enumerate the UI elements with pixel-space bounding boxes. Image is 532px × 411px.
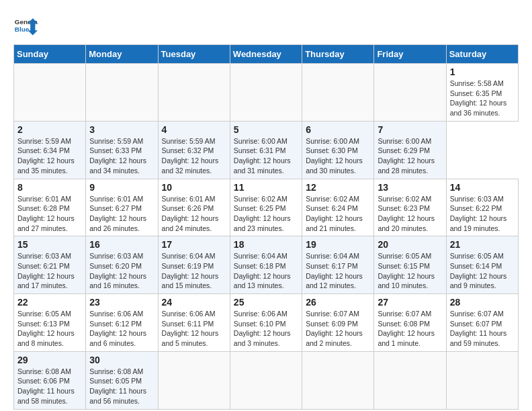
day-number: 29 <box>17 355 82 365</box>
calendar-row: 29Sunrise: 6:08 AMSunset: 6:06 PMDayligh… <box>14 351 519 409</box>
day-number: 24 <box>162 297 226 308</box>
day-detail: Sunrise: 6:00 AMSunset: 6:29 PMDaylight:… <box>378 136 442 176</box>
calendar-row: 15Sunrise: 6:03 AMSunset: 6:21 PMDayligh… <box>14 236 519 294</box>
day-cell-5: 5Sunrise: 6:00 AMSunset: 6:31 PMDaylight… <box>230 121 302 179</box>
calendar-row: 22Sunrise: 6:05 AMSunset: 6:13 PMDayligh… <box>14 294 519 352</box>
day-detail: Sunrise: 6:04 AMSunset: 6:19 PMDaylight:… <box>162 251 226 291</box>
day-detail: Sunrise: 6:07 AMSunset: 6:07 PMDaylight:… <box>450 309 515 349</box>
empty-cell <box>302 351 374 409</box>
day-cell-16: 16Sunrise: 6:03 AMSunset: 6:20 PMDayligh… <box>86 236 158 294</box>
day-cell-25: 25Sunrise: 6:06 AMSunset: 6:10 PMDayligh… <box>230 294 302 352</box>
day-cell-18: 18Sunrise: 6:04 AMSunset: 6:18 PMDayligh… <box>230 236 302 294</box>
day-cell-28: 28Sunrise: 6:07 AMSunset: 6:07 PMDayligh… <box>446 294 518 352</box>
day-detail: Sunrise: 6:03 AMSunset: 6:22 PMDaylight:… <box>450 194 515 234</box>
day-number: 4 <box>162 124 226 135</box>
day-detail: Sunrise: 6:00 AMSunset: 6:31 PMDaylight:… <box>234 136 298 176</box>
day-detail: Sunrise: 6:06 AMSunset: 6:12 PMDaylight:… <box>89 309 154 349</box>
day-cell-29: 29Sunrise: 6:08 AMSunset: 6:06 PMDayligh… <box>14 351 86 409</box>
empty-cell <box>302 64 374 122</box>
calendar-row: 8Sunrise: 6:01 AMSunset: 6:28 PMDaylight… <box>14 179 519 236</box>
day-detail: Sunrise: 6:07 AMSunset: 6:08 PMDaylight:… <box>378 309 442 349</box>
day-cell-15: 15Sunrise: 6:03 AMSunset: 6:21 PMDayligh… <box>14 236 86 294</box>
day-detail: Sunrise: 5:59 AMSunset: 6:32 PMDaylight:… <box>162 136 226 176</box>
day-number: 15 <box>17 239 82 250</box>
day-cell-14: 14Sunrise: 6:03 AMSunset: 6:22 PMDayligh… <box>446 179 518 236</box>
day-cell-17: 17Sunrise: 6:04 AMSunset: 6:19 PMDayligh… <box>158 236 230 294</box>
day-detail: Sunrise: 6:08 AMSunset: 6:06 PMDaylight:… <box>17 367 82 406</box>
empty-cell <box>158 351 230 409</box>
day-detail: Sunrise: 6:05 AMSunset: 6:13 PMDaylight:… <box>17 309 82 349</box>
day-cell-19: 19Sunrise: 6:04 AMSunset: 6:17 PMDayligh… <box>302 236 374 294</box>
day-cell-10: 10Sunrise: 6:01 AMSunset: 6:26 PMDayligh… <box>158 179 230 236</box>
day-number: 17 <box>162 239 226 250</box>
day-cell-13: 13Sunrise: 6:02 AMSunset: 6:23 PMDayligh… <box>374 179 446 236</box>
header-monday: Monday <box>86 45 158 64</box>
day-cell-20: 20Sunrise: 6:05 AMSunset: 6:15 PMDayligh… <box>374 236 446 294</box>
day-detail: Sunrise: 6:05 AMSunset: 6:14 PMDaylight:… <box>450 251 515 291</box>
day-number: 12 <box>306 182 370 193</box>
day-number: 2 <box>17 124 82 135</box>
day-cell-6: 6Sunrise: 6:00 AMSunset: 6:30 PMDaylight… <box>302 121 374 179</box>
day-number: 19 <box>306 239 370 250</box>
page-header: General Blue <box>13 13 519 38</box>
day-cell-11: 11Sunrise: 6:02 AMSunset: 6:25 PMDayligh… <box>230 179 302 236</box>
day-cell-9: 9Sunrise: 6:01 AMSunset: 6:27 PMDaylight… <box>86 179 158 236</box>
day-cell-26: 26Sunrise: 6:07 AMSunset: 6:09 PMDayligh… <box>302 294 374 352</box>
day-detail: Sunrise: 6:06 AMSunset: 6:10 PMDaylight:… <box>234 309 298 349</box>
day-number: 10 <box>162 182 226 193</box>
calendar-table: SundayMondayTuesdayWednesdayThursdayFrid… <box>13 44 519 410</box>
day-cell-1: 1Sunrise: 5:58 AMSunset: 6:35 PMDaylight… <box>446 64 518 122</box>
day-detail: Sunrise: 6:01 AMSunset: 6:26 PMDaylight:… <box>162 194 226 234</box>
day-detail: Sunrise: 5:59 AMSunset: 6:33 PMDaylight:… <box>89 136 154 176</box>
logo-icon: General Blue <box>13 13 38 38</box>
empty-cell <box>86 64 158 122</box>
day-detail: Sunrise: 6:02 AMSunset: 6:24 PMDaylight:… <box>306 194 370 234</box>
day-number: 9 <box>89 182 154 193</box>
day-number: 23 <box>89 297 154 308</box>
empty-cell <box>158 64 230 122</box>
day-number: 27 <box>378 297 442 308</box>
day-number: 11 <box>234 182 298 193</box>
calendar-row: 1Sunrise: 5:58 AMSunset: 6:35 PMDaylight… <box>14 64 519 122</box>
day-cell-4: 4Sunrise: 5:59 AMSunset: 6:32 PMDaylight… <box>158 121 230 179</box>
empty-cell <box>374 64 446 122</box>
header-saturday: Saturday <box>446 45 518 64</box>
day-cell-23: 23Sunrise: 6:06 AMSunset: 6:12 PMDayligh… <box>86 294 158 352</box>
day-detail: Sunrise: 5:58 AMSunset: 6:35 PMDaylight:… <box>450 79 515 118</box>
day-detail: Sunrise: 6:08 AMSunset: 6:05 PMDaylight:… <box>89 367 154 406</box>
day-number: 21 <box>450 239 515 250</box>
day-detail: Sunrise: 6:04 AMSunset: 6:18 PMDaylight:… <box>234 251 298 291</box>
day-detail: Sunrise: 6:07 AMSunset: 6:09 PMDaylight:… <box>306 309 370 349</box>
header-sunday: Sunday <box>14 45 86 64</box>
logo: General Blue <box>13 13 38 38</box>
empty-cell <box>14 64 86 122</box>
day-detail: Sunrise: 6:00 AMSunset: 6:30 PMDaylight:… <box>306 136 370 176</box>
day-number: 20 <box>378 239 442 250</box>
day-cell-7: 7Sunrise: 6:00 AMSunset: 6:29 PMDaylight… <box>374 121 446 179</box>
day-number: 30 <box>89 355 154 365</box>
day-number: 5 <box>234 124 298 135</box>
day-cell-24: 24Sunrise: 6:06 AMSunset: 6:11 PMDayligh… <box>158 294 230 352</box>
day-cell-3: 3Sunrise: 5:59 AMSunset: 6:33 PMDaylight… <box>86 121 158 179</box>
day-number: 28 <box>450 297 515 308</box>
day-cell-8: 8Sunrise: 6:01 AMSunset: 6:28 PMDaylight… <box>14 179 86 236</box>
day-number: 18 <box>234 239 298 250</box>
header-row: SundayMondayTuesdayWednesdayThursdayFrid… <box>14 45 519 64</box>
day-cell-22: 22Sunrise: 6:05 AMSunset: 6:13 PMDayligh… <box>14 294 86 352</box>
svg-text:Blue: Blue <box>15 26 30 33</box>
day-detail: Sunrise: 6:01 AMSunset: 6:27 PMDaylight:… <box>89 194 154 234</box>
day-number: 14 <box>450 182 515 193</box>
day-number: 8 <box>17 182 82 193</box>
day-detail: Sunrise: 6:05 AMSunset: 6:15 PMDaylight:… <box>378 251 442 291</box>
day-number: 3 <box>89 124 154 135</box>
header-thursday: Thursday <box>302 45 374 64</box>
day-cell-30: 30Sunrise: 6:08 AMSunset: 6:05 PMDayligh… <box>86 351 158 409</box>
empty-cell <box>230 64 302 122</box>
calendar-row: 2Sunrise: 5:59 AMSunset: 6:34 PMDaylight… <box>14 121 519 179</box>
header-tuesday: Tuesday <box>158 45 230 64</box>
day-cell-2: 2Sunrise: 5:59 AMSunset: 6:34 PMDaylight… <box>14 121 86 179</box>
empty-cell <box>374 351 446 409</box>
day-detail: Sunrise: 6:03 AMSunset: 6:20 PMDaylight:… <box>89 251 154 291</box>
day-detail: Sunrise: 6:06 AMSunset: 6:11 PMDaylight:… <box>162 309 226 349</box>
header-wednesday: Wednesday <box>230 45 302 64</box>
